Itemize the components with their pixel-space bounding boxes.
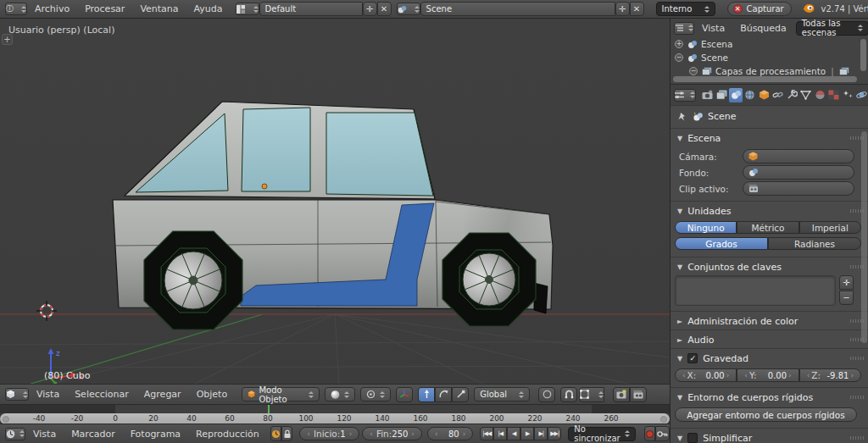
view3d-menu-vista[interactable]: Vista: [29, 389, 67, 400]
jump-next-keyframe-button[interactable]: ▶|: [534, 427, 548, 440]
menu-ventana[interactable]: Ventana: [132, 3, 186, 14]
active-clip-field[interactable]: [743, 181, 854, 196]
units-metric-button[interactable]: Métrico: [737, 221, 798, 234]
add-keying-set-button[interactable]: ✛: [839, 275, 854, 290]
3d-viewport[interactable]: z x Usuario (persp) (Local) (80) Cubo +: [0, 19, 670, 384]
scene-name-field[interactable]: Scene: [420, 2, 615, 16]
tab-modifiers[interactable]: [785, 88, 798, 102]
tab-data[interactable]: [799, 88, 813, 102]
tab-object[interactable]: [757, 88, 771, 102]
pin-icon[interactable]: [677, 112, 687, 122]
outliner-display-filter[interactable]: Todas las escenas: [796, 21, 868, 36]
outliner-horizontal-scrollbar[interactable]: [673, 76, 857, 82]
outliner-item-scene[interactable]: − Scene: [670, 51, 868, 64]
manipulator-scale-button[interactable]: [452, 387, 469, 402]
outliner-item-escena[interactable]: + Escena: [670, 37, 868, 51]
gravity-y-field[interactable]: ‹Y:0.00›: [737, 368, 798, 382]
outliner-menu-vista[interactable]: Vista: [694, 23, 732, 34]
tab-render[interactable]: [701, 88, 715, 102]
car-wheel-right[interactable]: [442, 233, 536, 326]
view3d-menu-objeto[interactable]: Objeto: [189, 389, 236, 400]
tab-scene[interactable]: [729, 88, 743, 102]
jump-to-end-button[interactable]: ▶▶|: [548, 427, 561, 440]
editor-type-timeline-button[interactable]: [5, 428, 25, 440]
play-reverse-button[interactable]: ◀: [507, 427, 520, 440]
screen-layout-field[interactable]: Default: [259, 2, 363, 16]
manipulator-rotate-button[interactable]: [435, 387, 452, 402]
remove-keying-set-button[interactable]: −: [839, 291, 854, 305]
panel-keying-sets-header[interactable]: ▼Conjuntos de claves: [677, 260, 864, 274]
car-model[interactable]: [113, 102, 553, 329]
camera-field[interactable]: [743, 149, 854, 163]
menu-ayuda[interactable]: Ayuda: [186, 3, 231, 14]
add-scene-button[interactable]: ✛: [615, 2, 630, 16]
mode-select[interactable]: Modo Objeto: [242, 387, 320, 401]
tab-physics[interactable]: [855, 88, 868, 102]
keying-sets-list[interactable]: [675, 275, 836, 306]
panel-gravity-header[interactable]: ▼✓Gravedad: [677, 352, 864, 365]
panel-simplify-header[interactable]: ▼Simplificar: [677, 431, 864, 443]
properties-vertical-scrollbar[interactable]: [861, 131, 867, 343]
outliner-vertical-scrollbar[interactable]: [860, 39, 866, 71]
collapse-toggle[interactable]: −: [675, 53, 683, 62]
tab-constraints[interactable]: [771, 88, 785, 102]
tab-material[interactable]: [813, 88, 826, 102]
panel-escena-header[interactable]: ▼Escena: [677, 131, 864, 145]
view3d-menu-seleccionar[interactable]: Seleccionar: [67, 389, 136, 400]
units-degrees-button[interactable]: Grados: [675, 237, 768, 250]
sync-mode-select[interactable]: No sincronizar: [568, 427, 635, 441]
editor-type-3dview-button[interactable]: [5, 388, 29, 401]
add-rigid-body-world-button[interactable]: Agregar entorno de cuerpos rígidos: [675, 407, 857, 422]
timeline-menu-marcador[interactable]: Marcador: [64, 429, 123, 440]
car-wheel-left[interactable]: [144, 231, 242, 329]
timeline-menu-reproduccion[interactable]: Reproducción: [188, 429, 267, 440]
tab-texture[interactable]: [827, 88, 841, 102]
render-engine-select[interactable]: Interno: [656, 2, 715, 16]
screen-layout-icon[interactable]: [236, 3, 259, 15]
tab-render-layers[interactable]: [715, 88, 729, 102]
capture-button[interactable]: ✕ Capturar: [727, 2, 792, 16]
frame-end-field[interactable]: ‹Fin: 250›: [362, 427, 422, 440]
editor-type-outliner-button[interactable]: [674, 22, 694, 35]
timeline-menu-fotograma[interactable]: Fotograma: [123, 429, 188, 440]
tab-particles[interactable]: [841, 88, 854, 102]
gravity-z-field[interactable]: ‹Z:-9.81›: [799, 368, 861, 382]
panel-audio-header[interactable]: ►Audio: [677, 333, 864, 346]
tab-world[interactable]: [743, 88, 757, 102]
add-layout-button[interactable]: ✛: [363, 2, 377, 16]
outliner-menu-busqueda[interactable]: Búsqueda: [732, 23, 794, 34]
jump-prev-keyframe-button[interactable]: |◀: [493, 427, 507, 440]
units-none-button[interactable]: Ninguno: [675, 221, 737, 234]
gravity-x-field[interactable]: ‹X:0.00›: [675, 368, 737, 382]
lock-frame-button[interactable]: [281, 426, 292, 441]
panel-color-management-header[interactable]: ►Administración de color: [677, 314, 864, 328]
render-opengl-button[interactable]: [613, 387, 630, 402]
3d-viewport-canvas[interactable]: z x: [0, 19, 670, 384]
play-button[interactable]: ▶: [520, 427, 534, 440]
frame-start-field[interactable]: ‹Inicio: 1›: [299, 427, 359, 440]
scene-selector-icon[interactable]: [397, 3, 420, 15]
delete-layout-button[interactable]: ✕: [377, 2, 392, 16]
background-field[interactable]: [743, 165, 854, 180]
timeline-menu-vista[interactable]: Vista: [25, 429, 64, 440]
gravity-checkbox[interactable]: ✓: [687, 353, 698, 363]
keying-set-button[interactable]: [655, 426, 670, 441]
pivot-select[interactable]: [360, 387, 391, 401]
playback-range-clock-button[interactable]: [270, 426, 281, 441]
snap-element-button[interactable]: [579, 387, 604, 402]
manipulator-toggle[interactable]: [396, 387, 413, 402]
panel-unidades-header[interactable]: ▼Unidades: [677, 204, 864, 218]
render-opengl-anim-button[interactable]: [630, 387, 647, 402]
view3d-menu-agregar[interactable]: Agregar: [136, 389, 189, 400]
collapse-toggle[interactable]: −: [689, 67, 698, 75]
expand-toggle[interactable]: +: [675, 40, 683, 48]
manipulator-translate-button[interactable]: [418, 387, 435, 402]
proportional-edit-button[interactable]: [538, 387, 555, 402]
current-frame-field[interactable]: ‹80›: [427, 427, 473, 440]
timeline-playhead[interactable]: [268, 405, 270, 413]
shading-select[interactable]: [325, 387, 355, 401]
menu-archivo[interactable]: Archivo: [27, 3, 77, 14]
orientation-select[interactable]: Global: [474, 387, 530, 401]
toolshelf-expand-button[interactable]: +: [2, 34, 13, 45]
timeline-track[interactable]: [0, 405, 670, 413]
